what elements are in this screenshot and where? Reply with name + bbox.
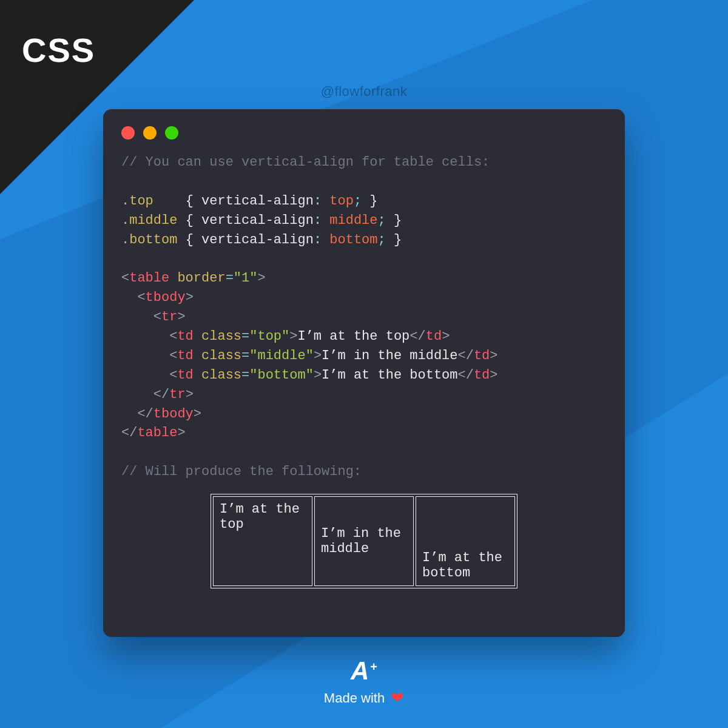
tag: tbody [153,406,194,422]
property: vertical-align [201,232,314,248]
tag: td [177,329,193,344]
logo: A + [351,658,377,684]
tag: td [426,329,442,344]
minimize-icon [143,126,157,140]
property: vertical-align [201,194,314,209]
attr-value: "1" [234,271,258,286]
attr: class [201,368,241,383]
tag: td [177,348,193,363]
demo-table: I’m at the top I’m in the middle I’m at … [211,494,517,588]
tag: td [474,368,490,383]
text: I’m in the middle [322,348,457,363]
cell-top: I’m at the top [213,496,312,586]
logo-plus: + [370,660,377,674]
value: middle [329,213,377,228]
attr-value: "middle" [249,348,314,363]
attr: border [177,271,225,286]
selector: .bottom [121,232,177,248]
code-block: // You can use vertical-align for table … [121,153,607,482]
attr-value: "bottom" [249,368,314,383]
table-row: I’m at the top I’m in the middle I’m at … [213,496,515,586]
author-handle: @flowforfrank [0,84,728,99]
property: vertical-align [201,213,314,228]
made-with: Made with ❤ [0,689,728,707]
cell-middle: I’m in the middle [314,496,414,586]
text: I’m at the top [297,329,410,344]
selector: .top [121,194,153,209]
selector: .middle [121,213,177,228]
close-icon [121,126,135,140]
tag: tr [169,387,185,402]
code-comment: // You can use vertical-align for table … [121,155,490,170]
window-traffic-lights [121,126,607,140]
tag: table [129,271,169,286]
heart-icon: ❤ [391,689,404,707]
attr: class [201,348,241,363]
demo-output: I’m at the top I’m in the middle I’m at … [121,494,607,588]
value: top [329,194,354,209]
tag: table [137,425,177,440]
cell-bottom: I’m at the bottom [416,496,515,586]
text: I’m at the bottom [322,368,457,383]
tag: td [474,348,490,363]
tag: td [177,368,193,383]
attr-value: "top" [249,329,289,344]
zoom-icon [165,126,178,140]
value: bottom [329,232,377,248]
tag: tr [161,309,177,325]
logo-letter: A [351,658,368,684]
corner-label: CSS [22,30,95,70]
code-window: // You can use vertical-align for table … [103,109,625,637]
made-with-text: Made with [324,690,385,706]
footer: A + Made with ❤ [0,658,728,707]
attr: class [201,329,241,344]
tag: tbody [146,290,186,305]
code-comment: // Will produce the following: [121,464,362,479]
